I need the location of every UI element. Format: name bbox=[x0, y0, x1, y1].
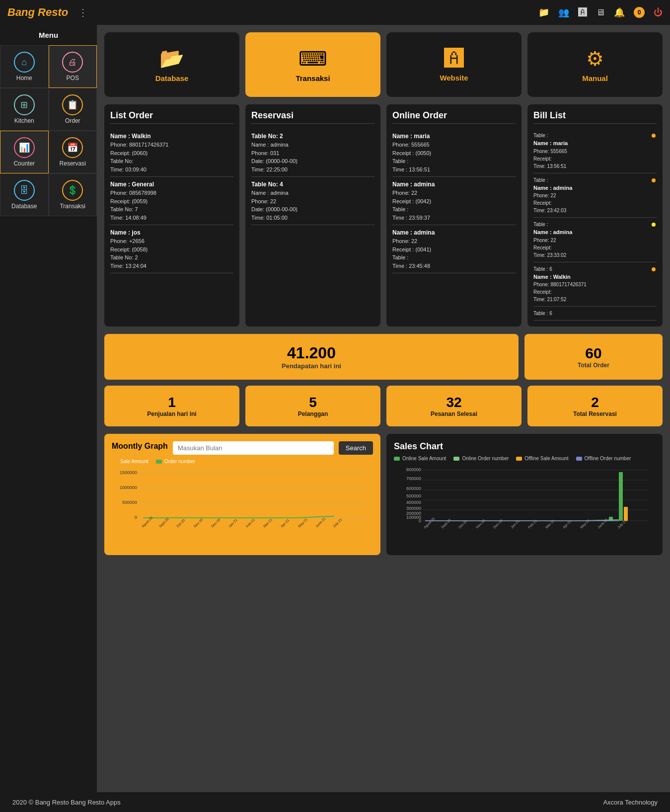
reservasi-name: Name : admina bbox=[251, 189, 374, 197]
folder-icon[interactable]: 📁 bbox=[538, 7, 549, 18]
legend-dot-online-sale bbox=[394, 457, 400, 461]
notification-badge[interactable]: 0 bbox=[634, 7, 645, 18]
bill-receipt: Receipt: bbox=[533, 244, 657, 251]
online-order-entry-1[interactable]: Name : maria Phone: 555665 Receipt : (00… bbox=[392, 129, 516, 177]
bill-receipt: Receipt: bbox=[533, 155, 657, 162]
monitor-icon[interactable]: 🖥 bbox=[596, 7, 605, 18]
order-name: Name : Walkin bbox=[110, 132, 233, 141]
sales-today-value: 1 bbox=[168, 395, 176, 410]
order-phone: Phone: 085678998 bbox=[110, 189, 233, 197]
reservasi-time: Time: 01:05:00 bbox=[251, 214, 374, 222]
customers-label: Pelanggan bbox=[298, 410, 328, 417]
bill-entry-2[interactable]: Table : Name : admina Phone: 22 Receipt:… bbox=[533, 173, 657, 218]
sidebar-item-counter[interactable]: 📊 Counter bbox=[0, 131, 49, 173]
month-search-button[interactable]: Search bbox=[339, 441, 373, 455]
online-order-entry-2[interactable]: Name : admina Phone: 22 Receipt : (0042)… bbox=[392, 177, 516, 225]
svg-text:Sept-20: Sept-20 bbox=[441, 518, 452, 529]
legend-offline-sale: Offline Sale Amount bbox=[516, 456, 568, 461]
reservasi-entry-1[interactable]: Table No: 2 Name : admina Phone: 031 Dat… bbox=[251, 129, 374, 177]
svg-text:500000: 500000 bbox=[406, 493, 421, 498]
reservasi-card: Reservasi Table No: 2 Name : admina Phon… bbox=[245, 104, 380, 326]
online-order-entry-3[interactable]: Name : admina Phone: 22 Receipt : (0041)… bbox=[392, 225, 516, 273]
order-entry-2[interactable]: Name : General Phone: 085678998 Receipt:… bbox=[110, 177, 233, 225]
svg-text:Nov-20: Nov-20 bbox=[193, 518, 204, 528]
monthly-graph-svg: 1500000 1000000 500000 0 bbox=[112, 468, 373, 548]
sidebar-item-home[interactable]: ⌂ Home bbox=[0, 45, 49, 88]
online-order-name: Name : maria bbox=[392, 132, 516, 141]
bill-table-partial: Table : 6 bbox=[533, 310, 657, 317]
sidebar-item-order[interactable]: 📋 Order bbox=[49, 88, 97, 131]
online-order-title: Online Order bbox=[392, 110, 516, 124]
bell-icon[interactable]: 🔔 bbox=[614, 7, 625, 18]
bill-entry-1[interactable]: Table : Name : maria Phone: 555665 Recei… bbox=[533, 129, 657, 173]
people-icon[interactable]: 👥 bbox=[558, 7, 569, 18]
bill-name: Name : maria bbox=[533, 139, 657, 148]
order-phone: Phone: 8801717426371 bbox=[110, 141, 233, 149]
bill-dot-orange bbox=[652, 178, 656, 182]
svg-text:Nov-20: Nov-20 bbox=[475, 519, 486, 529]
revenue-label: Pendapatan hari ini bbox=[282, 362, 341, 370]
monthly-graph-svg-wrap: 1500000 1000000 500000 0 bbox=[112, 468, 373, 548]
menu-dots-icon[interactable]: ⋮ bbox=[78, 6, 88, 18]
online-order-phone: Phone: 555665 bbox=[392, 141, 516, 149]
order-table: Table No: 2 bbox=[110, 253, 233, 262]
list-order-card: List Order Name : Walkin Phone: 88017174… bbox=[104, 104, 239, 326]
power-icon[interactable]: ⏻ bbox=[654, 7, 663, 18]
svg-text:800000: 800000 bbox=[406, 467, 421, 472]
sales-chart-legend: Online Sale Amount Online Order number O… bbox=[394, 456, 655, 461]
legend-dot-offline-order bbox=[576, 457, 582, 461]
charts-row: Moontly Graph Search Sale Amount Order n… bbox=[104, 434, 663, 555]
bill-entry-4[interactable]: Table : 6 Name : Walkin Phone: 880171742… bbox=[533, 262, 657, 307]
sidebar-title: Menu bbox=[0, 25, 97, 45]
customers-card: 5 Pelanggan bbox=[245, 386, 380, 426]
bill-table: Table : 6 bbox=[533, 265, 657, 273]
sidebar-item-kitchen[interactable]: ⊞ Kitchen bbox=[0, 88, 49, 131]
order-entry-1[interactable]: Name : Walkin Phone: 8801717426371 Recei… bbox=[110, 129, 233, 177]
sidebar-item-database[interactable]: 🗄 Database bbox=[0, 173, 49, 216]
angular-icon[interactable]: 🅰 bbox=[578, 7, 587, 18]
quick-card-website[interactable]: 🅰 Website bbox=[386, 32, 521, 97]
orders-done-label: Pesanan Selesai bbox=[431, 410, 477, 417]
sales-chart-svg-wrap: 800000 700000 600000 500000 400000 30000… bbox=[394, 465, 655, 545]
legend-online-sale: Online Sale Amount bbox=[394, 456, 446, 461]
quick-card-label: Transaksi bbox=[296, 74, 330, 82]
bill-entry-5[interactable]: Table : 6 bbox=[533, 307, 657, 321]
bill-entry-3[interactable]: Table : Name : admina Phone: 22 Receipt:… bbox=[533, 218, 657, 262]
sidebar-item-transaksi[interactable]: 💲 Transaksi bbox=[49, 173, 97, 216]
order-entry-3[interactable]: Name : jos Phone: +2656 Receipt: (0058) … bbox=[110, 225, 233, 273]
svg-text:400000: 400000 bbox=[406, 500, 421, 505]
sales-chart-title: Sales Chart bbox=[394, 441, 655, 452]
legend-label-offline-order: Offline Order number bbox=[585, 456, 631, 461]
bill-name: Name : admina bbox=[533, 228, 657, 237]
legend-online-order: Online Order number bbox=[453, 456, 509, 461]
legend-label-online-order: Online Order number bbox=[462, 456, 509, 461]
quick-card-transaksi[interactable]: ⌨ Transaksi bbox=[245, 32, 380, 97]
logo: Bang Resto bbox=[7, 6, 68, 19]
quick-card-database[interactable]: 📂 Database bbox=[104, 32, 239, 97]
bill-name: Name : admina bbox=[533, 184, 657, 192]
home-icon: ⌂ bbox=[14, 52, 35, 73]
online-order-name: Name : admina bbox=[392, 180, 516, 189]
legend-label-online-sale: Online Sale Amount bbox=[402, 456, 446, 461]
revenue-value: 41.200 bbox=[287, 344, 336, 362]
quick-card-manual[interactable]: ⚙ Manual bbox=[527, 32, 663, 97]
svg-text:May-21: May-21 bbox=[580, 518, 591, 529]
sales-chart-card: Sales Chart Online Sale Amount Online Or… bbox=[386, 434, 663, 555]
reservasi-name: Name : admina bbox=[251, 141, 374, 149]
svg-text:0: 0 bbox=[419, 518, 421, 523]
sidebar-item-pos[interactable]: 🖨 POS bbox=[49, 45, 97, 88]
sidebar-item-reservasi[interactable]: 📅 Reservasi bbox=[49, 131, 97, 173]
month-search-input[interactable] bbox=[173, 441, 334, 455]
footer-right: Axcora Technology bbox=[603, 799, 658, 806]
total-order-card: 60 Total Order bbox=[524, 334, 663, 380]
reservasi-entry-2[interactable]: Table No: 4 Name : admina Phone: 22 Date… bbox=[251, 177, 374, 225]
counter-icon: 📊 bbox=[14, 137, 35, 158]
svg-text:June-21: June-21 bbox=[597, 518, 608, 529]
svg-text:May-21: May-21 bbox=[298, 517, 308, 528]
bill-phone: Phone: 22 bbox=[533, 192, 657, 199]
online-order-card: Online Order Name : maria Phone: 555665 … bbox=[386, 104, 521, 326]
svg-text:700000: 700000 bbox=[406, 476, 421, 481]
bill-receipt: Receipt: bbox=[533, 199, 657, 207]
svg-text:Apr-21: Apr-21 bbox=[280, 518, 291, 529]
svg-text:Dec-20: Dec-20 bbox=[493, 519, 503, 529]
